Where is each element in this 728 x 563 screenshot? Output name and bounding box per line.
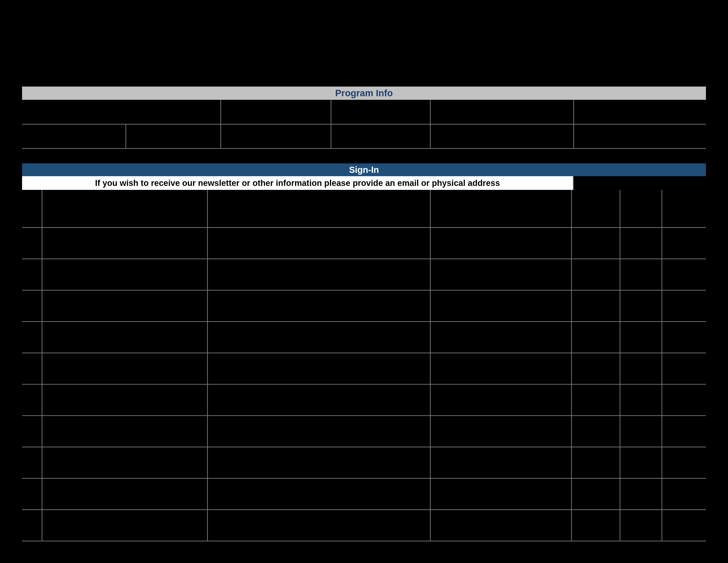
program-info-cell[interactable] bbox=[22, 100, 126, 124]
program-info-header-label: Program Info bbox=[335, 88, 393, 98]
signin-cell[interactable] bbox=[571, 510, 620, 541]
signin-cell[interactable] bbox=[22, 353, 42, 384]
program-info-cell[interactable] bbox=[331, 124, 430, 148]
program-info-cell[interactable] bbox=[221, 100, 331, 124]
signin-cell[interactable] bbox=[662, 353, 706, 384]
signin-cell[interactable] bbox=[207, 227, 430, 259]
program-info-header: Program Info bbox=[22, 86, 706, 100]
signin-cell[interactable] bbox=[22, 259, 42, 290]
signin-row bbox=[22, 353, 706, 384]
signin-cell[interactable] bbox=[207, 322, 430, 353]
signin-row bbox=[22, 322, 706, 353]
signin-cell[interactable] bbox=[42, 290, 207, 322]
signin-cell[interactable] bbox=[42, 227, 207, 259]
signin-cell[interactable] bbox=[42, 447, 207, 478]
signin-cell[interactable] bbox=[207, 416, 430, 447]
signin-cell[interactable] bbox=[571, 259, 620, 290]
signin-cell[interactable] bbox=[430, 416, 571, 447]
signin-cell[interactable] bbox=[620, 259, 662, 290]
signin-cell[interactable] bbox=[571, 353, 620, 384]
signin-cell[interactable] bbox=[430, 322, 571, 353]
signin-row bbox=[22, 416, 706, 447]
signin-col-name bbox=[42, 190, 207, 227]
signin-cell[interactable] bbox=[207, 447, 430, 478]
signin-cell[interactable] bbox=[42, 353, 207, 384]
signin-cell[interactable] bbox=[620, 416, 662, 447]
signin-cell[interactable] bbox=[620, 290, 662, 322]
program-info-cell[interactable] bbox=[126, 124, 221, 148]
signin-cell[interactable] bbox=[207, 478, 430, 510]
signin-cell[interactable] bbox=[430, 259, 571, 290]
newsletter-note-text: If you wish to receive our newsletter or… bbox=[95, 178, 500, 188]
signin-cell[interactable] bbox=[42, 478, 207, 510]
program-info-cell[interactable] bbox=[22, 124, 126, 148]
signin-header: Sign-In bbox=[22, 163, 706, 176]
signin-cell[interactable] bbox=[620, 322, 662, 353]
signin-cell[interactable] bbox=[22, 322, 42, 353]
signin-cell[interactable] bbox=[430, 290, 571, 322]
signin-cell[interactable] bbox=[22, 416, 42, 447]
signin-header-label: Sign-In bbox=[349, 165, 379, 175]
program-info-row bbox=[22, 124, 706, 148]
signin-cell[interactable] bbox=[571, 322, 620, 353]
newsletter-note-cell: If you wish to receive our newsletter or… bbox=[22, 176, 574, 190]
signin-cell[interactable] bbox=[207, 384, 430, 416]
signin-cell[interactable] bbox=[430, 353, 571, 384]
signin-col-address bbox=[207, 190, 430, 227]
signin-cell[interactable] bbox=[42, 259, 207, 290]
signin-cell[interactable] bbox=[662, 322, 706, 353]
program-info-cell[interactable] bbox=[331, 100, 430, 124]
signin-cell[interactable] bbox=[430, 227, 571, 259]
signin-cell[interactable] bbox=[207, 290, 430, 322]
signin-cell[interactable] bbox=[620, 447, 662, 478]
signin-cell[interactable] bbox=[42, 510, 207, 541]
signin-cell[interactable] bbox=[571, 290, 620, 322]
signin-cell[interactable] bbox=[42, 416, 207, 447]
signin-cell[interactable] bbox=[22, 384, 42, 416]
signin-cell[interactable] bbox=[571, 227, 620, 259]
signin-cell[interactable] bbox=[430, 510, 571, 541]
signin-cell[interactable] bbox=[662, 384, 706, 416]
signin-cell[interactable] bbox=[571, 416, 620, 447]
signin-cell[interactable] bbox=[620, 478, 662, 510]
program-info-cell[interactable] bbox=[126, 100, 221, 124]
signin-cell[interactable] bbox=[620, 384, 662, 416]
signin-row bbox=[22, 290, 706, 322]
newsletter-row: If you wish to receive our newsletter or… bbox=[22, 176, 706, 190]
signin-cell[interactable] bbox=[207, 353, 430, 384]
signin-cell[interactable] bbox=[662, 416, 706, 447]
signin-row bbox=[22, 384, 706, 416]
signin-cell[interactable] bbox=[22, 510, 42, 541]
signin-cell[interactable] bbox=[571, 478, 620, 510]
signin-cell[interactable] bbox=[207, 259, 430, 290]
signin-cell[interactable] bbox=[430, 478, 571, 510]
program-info-cell[interactable] bbox=[430, 124, 574, 148]
signin-cell[interactable] bbox=[620, 353, 662, 384]
signin-cell[interactable] bbox=[22, 290, 42, 322]
signin-cell[interactable] bbox=[662, 259, 706, 290]
signin-cell[interactable] bbox=[662, 227, 706, 259]
program-info-cell[interactable] bbox=[574, 124, 706, 148]
signin-cell[interactable] bbox=[620, 227, 662, 259]
signin-cell[interactable] bbox=[42, 384, 207, 416]
signin-cell[interactable] bbox=[662, 447, 706, 478]
program-info-cell[interactable] bbox=[430, 100, 574, 124]
signin-row bbox=[22, 478, 706, 510]
signin-cell[interactable] bbox=[22, 478, 42, 510]
program-info-cell[interactable] bbox=[221, 124, 331, 148]
signin-col-check2 bbox=[620, 190, 662, 227]
signin-header-row bbox=[22, 190, 706, 227]
signin-cell[interactable] bbox=[430, 384, 571, 416]
signin-cell[interactable] bbox=[42, 322, 207, 353]
signin-cell[interactable] bbox=[571, 384, 620, 416]
signin-cell[interactable] bbox=[662, 478, 706, 510]
signin-cell[interactable] bbox=[662, 510, 706, 541]
signin-cell[interactable] bbox=[430, 447, 571, 478]
signin-cell[interactable] bbox=[620, 510, 662, 541]
signin-cell[interactable] bbox=[22, 227, 42, 259]
signin-cell[interactable] bbox=[207, 510, 430, 541]
signin-cell[interactable] bbox=[662, 290, 706, 322]
signin-cell[interactable] bbox=[22, 447, 42, 478]
program-info-cell[interactable] bbox=[574, 100, 706, 124]
signin-cell[interactable] bbox=[571, 447, 620, 478]
